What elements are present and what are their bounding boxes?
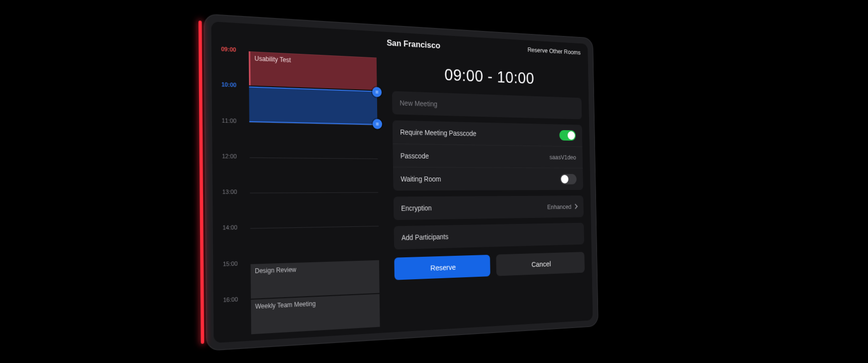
screen: San Francisco Reserve Other Rooms 09:001… [211,21,593,343]
meeting-name-input[interactable]: New Meeting [392,91,582,120]
reserve-button[interactable]: Reserve [394,255,490,280]
calendar-event[interactable]: Weekly Team Meeting [251,294,380,334]
chevron-right-icon [573,204,578,209]
schedule-hours: 09:0010:0011:0012:0013:0014:0015:0016:00… [221,50,380,337]
passcode-label: Passcode [401,152,429,160]
passcode-row[interactable]: Passcode saasV1deo [393,144,583,168]
reservation-form: 09:00 - 10:00 New Meeting Require Meetin… [383,54,593,333]
cancel-button[interactable]: Cancel [496,252,585,276]
add-participants-label: Add Participants [402,233,448,242]
time-selection[interactable]: == [249,87,377,125]
hour-line [250,226,379,229]
scheduler-tablet: San Francisco Reserve Other Rooms 09:001… [204,13,599,351]
hour-label: 11:00 [221,117,245,124]
calendar-event[interactable]: Design Review [250,260,379,298]
selected-time-range: 09:00 - 10:00 [392,62,581,89]
encryption-value: Enhanced [547,203,571,210]
hour-line [250,192,378,193]
room-title: San Francisco [387,38,440,51]
waiting-room-label: Waiting Room [401,175,441,183]
hour-label: 10:00 [221,81,245,89]
schedule-pane[interactable]: 09:0010:0011:0012:0013:0014:0015:0016:00… [212,45,387,343]
encryption-row[interactable]: Encryption Enhanced [394,195,584,220]
selection-handle-top[interactable]: = [372,87,382,97]
require-passcode-row: Require Meeting Passcode [393,120,583,146]
hour-label: 15:00 [223,260,246,267]
require-passcode-toggle[interactable] [559,130,576,141]
passcode-value: saasV1deo [549,154,576,161]
hour-row: 14:00 [222,226,379,229]
participants-card: Add Participants [394,223,584,250]
device-frame: San Francisco Reserve Other Rooms 09:001… [204,13,599,351]
hour-label: 12:00 [222,153,245,159]
calendar-event[interactable]: Usability Test [249,51,377,90]
encryption-label: Encryption [401,204,432,212]
security-card: Require Meeting Passcode Passcode saasV1… [393,120,583,190]
hour-line [249,157,378,159]
reserve-other-rooms-link[interactable]: Reserve Other Rooms [527,46,581,56]
meeting-name-card: New Meeting [392,91,582,120]
waiting-room-toggle[interactable] [560,174,577,184]
action-buttons: Reserve Cancel [394,252,585,280]
hour-label: 14:00 [222,224,246,231]
content: 09:0010:0011:0012:0013:0014:0015:0016:00… [212,45,593,343]
add-participants-row[interactable]: Add Participants [394,223,584,250]
waiting-room-row: Waiting Room [393,167,583,191]
selection-handle-bottom[interactable]: = [373,119,382,129]
hour-label: 16:00 [223,296,246,303]
meeting-name-placeholder: New Meeting [400,99,437,108]
hour-row: 12:00 [222,157,378,159]
hour-row: 13:00 [222,192,379,192]
hour-label: 13:00 [222,188,246,195]
hour-label: 09:00 [221,46,244,53]
require-passcode-label: Require Meeting Passcode [400,128,476,138]
encryption-card: Encryption Enhanced [394,195,584,220]
status-led [199,20,204,344]
